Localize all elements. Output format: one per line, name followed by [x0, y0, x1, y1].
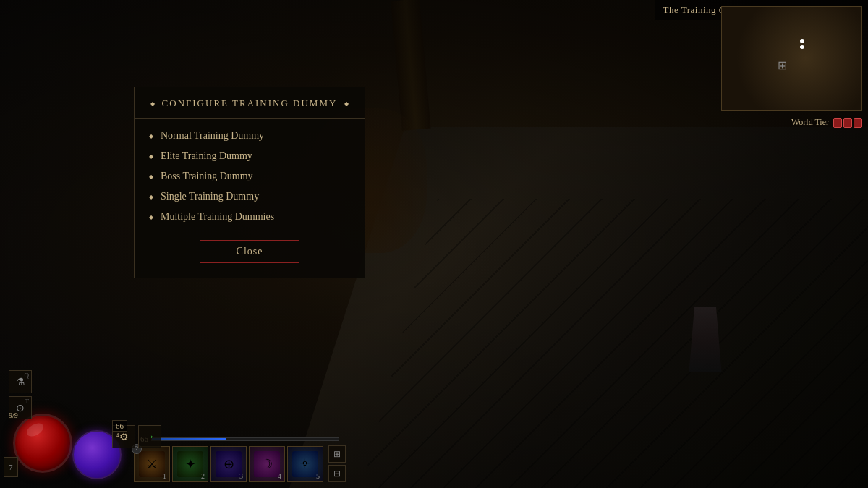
health-orb-container	[13, 414, 75, 475]
dialog-options-list: ◆ Normal Training Dummy ◆ Elite Training…	[135, 119, 365, 230]
option-single-dummy[interactable]: ◆ Single Training Dummy	[149, 191, 350, 202]
dialog-title-bar: ◆ CONFIGURE TRAINING DUMMY ◆	[135, 87, 365, 119]
skill-4-icon: ☽	[254, 451, 280, 477]
skill-bar-container: 66 ⚔ 1 2 ✦ 2 ⊕ 3	[134, 435, 346, 482]
potion-count: 9/9	[9, 411, 18, 419]
skill-1-icon: ⚔	[139, 451, 165, 477]
char-slot-2[interactable]: →	[138, 425, 161, 448]
tier-icon-1	[833, 118, 842, 128]
skill-5-num: 5	[316, 472, 320, 480]
skill-slot-5[interactable]: 🝊 5	[287, 446, 323, 482]
option-label-5: Multiple Training Dummies	[161, 211, 274, 223]
minimap-dot-2	[800, 45, 804, 49]
quick-slot-q[interactable]: Q ⚗	[9, 370, 32, 393]
tier-icons	[833, 118, 862, 128]
skill-4-num: 4	[278, 472, 281, 480]
skill-5-icon: 🝊	[292, 451, 318, 477]
world-tier: World Tier	[791, 117, 862, 128]
extra-slots: ⊞ ⊟	[328, 445, 346, 482]
configure-dialog: ◆ CONFIGURE TRAINING DUMMY ◆ ◆ Normal Tr…	[134, 87, 365, 278]
minimap-dots	[799, 38, 806, 51]
quick-key-q: Q	[25, 372, 30, 379]
title-diamond-right: ◆	[344, 100, 349, 107]
option-diamond-3: ◆	[149, 174, 153, 180]
char-level-badge: 66	[112, 420, 127, 432]
skill-2-icon: ✦	[177, 451, 203, 477]
title-diamond-left: ◆	[150, 100, 155, 107]
option-elite-dummy[interactable]: ◆ Elite Training Dummy	[149, 150, 350, 162]
skill-3-num: 3	[239, 472, 243, 480]
skill-2-num: 2	[201, 472, 205, 480]
level-xp-row: 66	[140, 435, 339, 443]
minimap-inner: ⊞	[722, 7, 861, 110]
skill-slot-1[interactable]: ⚔ 1 2	[134, 446, 170, 482]
skill-slot-4[interactable]: ☽ 4	[249, 446, 285, 482]
option-multiple-dummies[interactable]: ◆ Multiple Training Dummies	[149, 211, 350, 223]
skill-3-icon: ⊕	[216, 451, 242, 477]
close-button[interactable]: Close	[200, 240, 300, 263]
skill-badge-4: 4	[116, 432, 119, 439]
floor-planks	[362, 199, 868, 488]
option-label-2: Elite Training Dummy	[161, 150, 252, 162]
tier-icon-3	[854, 118, 862, 128]
minimap[interactable]: ⊞	[721, 6, 862, 111]
option-diamond-1: ◆	[149, 133, 153, 140]
option-diamond-5: ◆	[149, 214, 153, 221]
dialog-title: CONFIGURE TRAINING DUMMY	[162, 98, 338, 109]
skill-slot-2[interactable]: ✦ 2	[172, 446, 208, 482]
option-label-4: Single Training Dummy	[161, 191, 259, 202]
close-button-area: Close	[135, 240, 365, 263]
skill-1-num: 1	[163, 472, 166, 480]
char-level-value: 66	[116, 421, 124, 430]
health-orb	[13, 414, 72, 473]
option-label-3: Boss Training Dummy	[161, 171, 253, 182]
option-boss-dummy[interactable]: ◆ Boss Training Dummy	[149, 171, 350, 182]
extra-slot-2[interactable]: ⊟	[328, 465, 346, 482]
skill-slot-3[interactable]: ⊕ 3	[210, 446, 247, 482]
minimap-dot-1	[800, 39, 804, 43]
skill-slots-row: ⚔ 1 2 ✦ 2 ⊕ 3 ☽ 4 🝊	[134, 445, 346, 482]
option-normal-dummy[interactable]: ◆ Normal Training Dummy	[149, 130, 350, 142]
xp-bar-track	[151, 437, 339, 441]
extra-slot-1[interactable]: ⊞	[328, 445, 346, 463]
option-diamond-2: ◆	[149, 153, 153, 160]
minimap-player-icon: ⊞	[778, 59, 787, 72]
option-diamond-4: ◆	[149, 194, 153, 200]
quick-key-t: T	[25, 398, 30, 405]
bottom-char-icon[interactable]: 7	[4, 457, 18, 477]
xp-bar-fill	[152, 438, 226, 440]
option-label-1: Normal Training Dummy	[161, 130, 264, 142]
world-tier-label: World Tier	[791, 117, 829, 128]
tier-icon-2	[843, 118, 852, 128]
